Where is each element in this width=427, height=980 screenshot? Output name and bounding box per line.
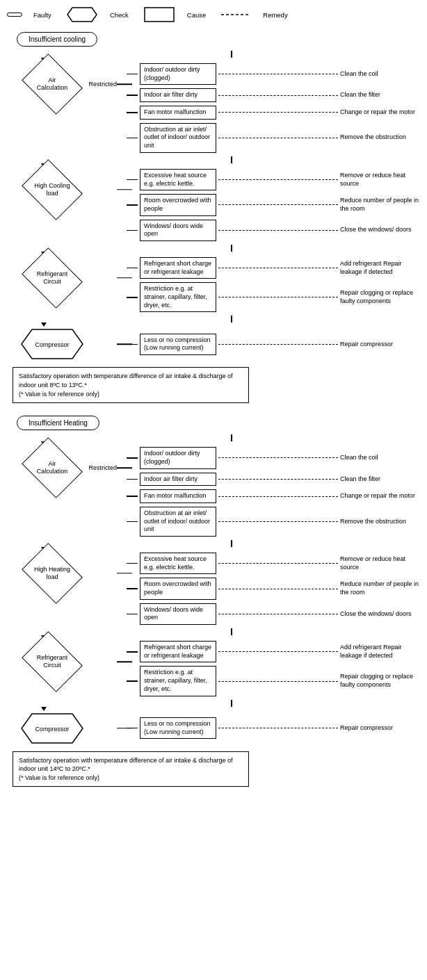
dashed-line [218, 138, 338, 138]
remedy-label: Reduce number of people in the room [340, 197, 420, 213]
svg-text:Compressor: Compressor [35, 341, 69, 348]
cause-box: Less or no compression (Low running curr… [140, 334, 216, 355]
cause-row: Fan motor malfunction Change or repair t… [127, 106, 420, 120]
block-refrigerant-heating: RefrigerantCircuit Refrigerant short cha… [7, 641, 420, 696]
h-line [127, 457, 138, 459]
section-cooling: Insufficient cooling AirCalculation Rest… [7, 32, 420, 403]
cause-row: Indoor air filter dirty Clean the filter [127, 88, 420, 102]
remedy-label: Clean the filter [340, 475, 420, 484]
remedy-label: Repair clogging or replace faulty compon… [340, 673, 420, 689]
remedy-label: Remove the obstruction [340, 133, 420, 142]
h-line [127, 204, 138, 206]
h-line [127, 479, 138, 480]
block-high-heating: High Heatingload Excessive heat source e… [7, 553, 420, 625]
legend-cause-shape [144, 7, 175, 22]
h-line [127, 112, 138, 113]
remedy-label: Remove or reduce heat source [340, 555, 420, 571]
remedy-label: Change or repair the motor [340, 108, 420, 117]
h-line [127, 138, 138, 139]
cause-row: Indoor/ outdoor dirty (clogged) Clean th… [127, 63, 420, 85]
svg-text:Compressor: Compressor [35, 726, 69, 733]
cause-box: Obstruction at air inlet/ outlet of indo… [140, 507, 216, 537]
legend-cause-label: Cause [187, 11, 206, 19]
h-connector-heating-3 [117, 661, 132, 662]
cause-box: Restriction e.g. at strainer, capillary,… [140, 666, 216, 696]
compressor-hexagon-heating: Compressor [21, 712, 83, 744]
remedy-label: Remove or reduce heat source [340, 172, 420, 188]
cause-box: Fan motor malfunction [140, 106, 216, 120]
svg-marker-0 [67, 8, 97, 22]
summary-heating: Satisfactory operation with temperature … [13, 751, 249, 787]
remedy-label: Repair clogging or replace faulty compon… [340, 289, 420, 305]
cause-box: Indoor/ outdoor dirty (clogged) [140, 447, 216, 468]
cause-row: Refrigerant short charge or refrigerant … [127, 257, 420, 279]
dashed-line [218, 230, 338, 231]
restricted-label-heating: Restricted [88, 464, 117, 471]
cause-box: Windows/ doors wide open [140, 220, 216, 241]
dashed-line [218, 681, 338, 682]
legend: Faulty Check Cause Remedy [7, 7, 420, 22]
cause-row: Restriction e.g. at strainer, capillary,… [127, 282, 420, 312]
cause-row: Indoor/ outdoor dirty (clogged) Clean th… [127, 447, 420, 468]
h-connector-heating-4 [117, 728, 132, 729]
h-line [127, 563, 138, 564]
h-connector-heating-1 [117, 467, 132, 468]
section2-title: Insufficient Heating [17, 416, 99, 430]
dashed-line [218, 614, 338, 614]
remedy-label: Clean the coil [340, 454, 420, 462]
cause-row: Fan motor malfunction Change or repair t… [127, 489, 420, 503]
summary-cooling: Satisfactory operation with temperature … [13, 367, 249, 403]
remedy-label: Remove the obstruction [340, 518, 420, 526]
cause-box: Room overcrowded with people [140, 578, 216, 599]
cause-row: Less or no compression (Low running curr… [127, 334, 420, 355]
dashed-line [218, 297, 338, 297]
h-line [127, 230, 138, 231]
block-compressor-heating: Compressor Less or no compression (Low r… [7, 712, 420, 744]
h-line [127, 95, 138, 96]
dashed-line [218, 344, 338, 345]
remedy-label: Close the windows/ doors [340, 226, 420, 234]
remedy-label: Repair compressor [340, 341, 420, 349]
legend-remedy-label: Remedy [263, 11, 287, 19]
cause-box: Room overcrowded with people [140, 194, 216, 215]
cause-row: Restriction e.g. at strainer, capillary,… [127, 666, 420, 696]
dashed-line [218, 179, 338, 180]
compressor-hexagon-cooling: Compressor [21, 328, 83, 360]
cause-row: Room overcrowded with people Reduce numb… [127, 578, 420, 599]
dashed-line [218, 479, 338, 480]
cause-row: Refrigerant short charge or refrigerant … [127, 641, 420, 662]
cause-box: Less or no compression (Low running curr… [140, 717, 216, 739]
cause-row: Windows/ doors wide open Close the windo… [127, 603, 420, 625]
h-line [127, 651, 138, 653]
h-connector-cooling-2 [117, 189, 132, 190]
dashed-line [218, 204, 338, 205]
svg-rect-1 [145, 8, 174, 22]
block-air-calc-heating: AirCalculation Restricted Indoor/ outdoo… [7, 447, 420, 537]
block-air-calc-cooling: AirCalculation Restricted Indoor/ outdoo… [7, 63, 420, 153]
h-line [127, 614, 138, 615]
cause-box: Excessive heat source e.g. electric kett… [140, 553, 216, 574]
cause-box: Refrigerant short charge or refrigerant … [140, 257, 216, 279]
legend-remedy-shape [221, 13, 249, 16]
remedy-label: Clean the coil [340, 70, 420, 79]
dashed-line [218, 728, 338, 728]
cause-row: Indoor air filter dirty Clean the filter [127, 473, 420, 487]
legend-check-shape [67, 7, 97, 22]
cause-row: Obstruction at air inlet/ outlet of indo… [127, 123, 420, 153]
dashed-line [218, 563, 338, 564]
cause-box: Indoor air filter dirty [140, 473, 216, 487]
h-line [127, 521, 138, 523]
cause-box: Fan motor malfunction [140, 489, 216, 503]
remedy-label: Clean the filter [340, 91, 420, 99]
cause-box: Excessive heat source e.g. electric kett… [140, 169, 216, 190]
remedy-label: Add refrigerant Repair leakage if detect… [340, 644, 420, 660]
cause-row: Room overcrowded with people Reduce numb… [127, 194, 420, 215]
section1-title: Insufficient cooling [17, 32, 97, 47]
cause-box: Refrigerant short charge or refrigerant … [140, 641, 216, 662]
block-high-cooling: High Coolingload Excessive heat source e… [7, 169, 420, 241]
dashed-line [218, 589, 338, 589]
remedy-label: Change or repair the motor [340, 492, 420, 500]
h-line [127, 588, 138, 589]
dashed-line [218, 74, 338, 74]
h-line [127, 268, 138, 269]
